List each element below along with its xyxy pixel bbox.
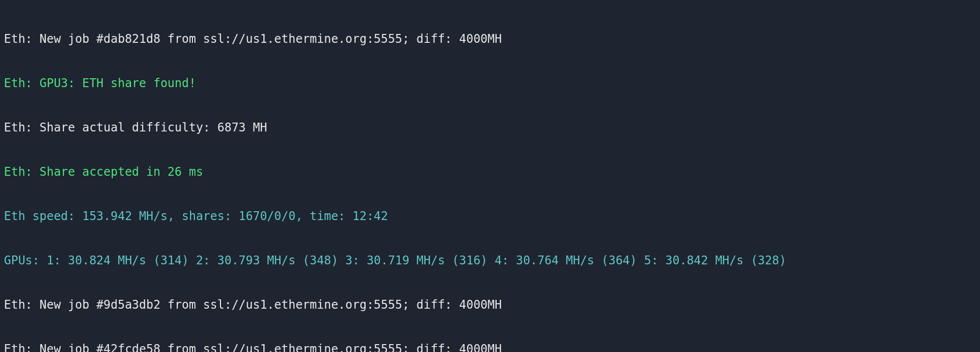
terminal-window[interactable]: Eth: New job #dab821d8 from ssl://us1.et… [0,0,980,352]
log-line: Eth: New job #9d5a3db2 from ssl://us1.et… [4,297,976,312]
log-line-share-found: Eth: GPU3: ETH share found! [4,76,976,91]
log-line: Eth: New job #dab821d8 from ssl://us1.et… [4,32,976,46]
log-line: Eth: Share actual difficulty: 6873 MH [4,120,976,135]
terminal-output[interactable]: Eth: New job #dab821d8 from ssl://us1.et… [0,0,980,352]
log-line-speed: Eth speed: 153.942 MH/s, shares: 1670/0/… [4,209,976,224]
log-line: Eth: New job #42fcde58 from ssl://us1.et… [4,342,976,352]
log-line-gpus: GPUs: 1: 30.824 MH/s (314) 2: 30.793 MH/… [4,253,976,268]
log-line-share-accepted: Eth: Share accepted in 26 ms [4,164,976,179]
